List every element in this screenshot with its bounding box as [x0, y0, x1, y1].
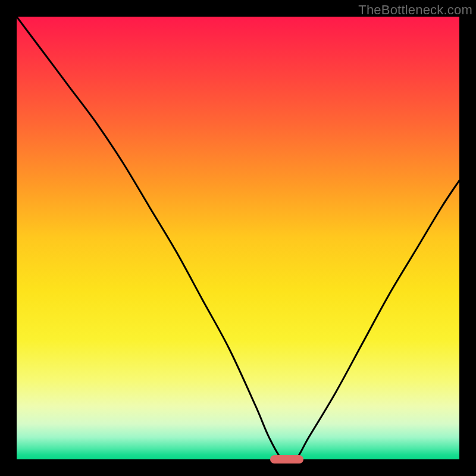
optimal-range-marker	[270, 455, 303, 464]
chart-plot-area	[17, 17, 459, 459]
watermark-text: TheBottleneck.com	[358, 2, 472, 18]
bottleneck-curve	[17, 17, 459, 459]
